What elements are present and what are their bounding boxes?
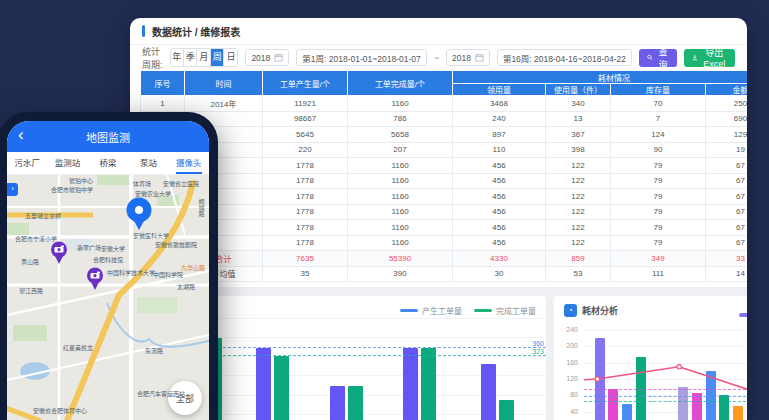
table-cell: 1160 (348, 204, 453, 220)
table-cell: 129 (706, 127, 748, 143)
table-cell: 53 (546, 266, 611, 282)
table-cell: 1778 (263, 220, 348, 236)
filter-bar: 统计周期: 年 季 月 周 日 2018 第1周: 2018-01-01~201… (130, 45, 747, 70)
legend-dash-generated (400, 309, 418, 313)
table-cell: 70 (611, 96, 706, 112)
map-label: 东流路 (145, 346, 163, 355)
table-cell: 122 (546, 204, 611, 220)
tab-bridge[interactable]: 桥梁 (88, 152, 128, 174)
map-label: 桐城路 (197, 199, 206, 217)
map-label: 五里墩立交桥 (25, 211, 61, 220)
tab-sewage-plant[interactable]: 污水厂 (7, 152, 47, 174)
reference-line-label: 360 (532, 340, 544, 347)
table-cell: 240 (453, 111, 546, 127)
period-option-year[interactable]: 年 (171, 49, 184, 66)
map-all-button[interactable]: 全部 (168, 381, 202, 415)
map-label: 翡翠广场 (77, 243, 101, 252)
period-segmented-control: 年 季 月 周 日 (170, 48, 239, 67)
camera-pin[interactable] (50, 241, 68, 269)
week-start-input[interactable]: 第1周: 2018-01-01~2018-01-07 (296, 49, 426, 66)
table-cell: 79 (611, 158, 706, 174)
table-cell: 1160 (348, 189, 453, 205)
back-arrow-icon[interactable]: ‹ (18, 125, 24, 145)
table-cell: 30 (453, 266, 546, 282)
period-option-month[interactable]: 月 (197, 49, 210, 66)
table-cell: 67 (706, 189, 748, 205)
year-end-select[interactable]: 2018 (446, 49, 490, 66)
bar-completed (499, 400, 514, 420)
week-end-input[interactable]: 第16周: 2018-04-16~2018-04-22 (497, 49, 632, 66)
year-start-select[interactable]: 2018 (245, 49, 289, 66)
tab-monitor-station[interactable]: 监测站 (47, 152, 87, 174)
map-label: 中国科学技术大学 (107, 268, 155, 277)
consumables-chart-head: ◔ 耗材分析 (564, 304, 618, 317)
bar-completed (274, 356, 289, 420)
table-cell: 14 (706, 266, 748, 282)
export-button-label: 导出Excel (702, 46, 727, 69)
range-separator: ~ (434, 53, 439, 63)
table-cell: 5658 (348, 127, 453, 143)
table-cell: 55390 (348, 251, 453, 267)
table-cell: 250 (706, 96, 748, 112)
map-label: 太湖路 (177, 282, 195, 291)
table-cell: 1160 (348, 220, 453, 236)
col-header-completed: 工单完成量/个 (348, 71, 453, 96)
map-label: 安徽省歌舞剧院 (155, 240, 197, 249)
table-cell: 367 (546, 127, 611, 143)
table-cell: 122 (546, 235, 611, 251)
phone-page-title: 地图监测 (86, 129, 130, 145)
table-cell: 897 (453, 127, 546, 143)
y-axis-tick: 240 (554, 326, 578, 333)
week-start-value: 第1周: 2018-01-01~2018-01-07 (302, 52, 420, 64)
query-button[interactable]: 查询 (639, 49, 677, 67)
table-row: 298667786240137690 (141, 111, 748, 127)
map-label: 安徽省合肥体育中心 (33, 406, 87, 415)
map-label: 红星美凯龙 (63, 343, 93, 352)
report-table: 序号 时间 工单产生量/个 工单完成量/个 耗材情况 领用量 使用量（件） 库存… (140, 70, 747, 282)
bar-generated (481, 364, 496, 420)
map-label: 望江西路 (19, 286, 43, 295)
table-row: 8177811604561227967 (141, 204, 748, 220)
map-label: 安徽省立医院 (163, 179, 199, 188)
table-cell: 122 (546, 158, 611, 174)
breadcrumb: 数据统计 / 维修报表 (130, 18, 747, 45)
camera-pin[interactable] (86, 267, 104, 295)
table-cell: 859 (546, 251, 611, 267)
bar-generated (403, 348, 418, 420)
legend-item-completed: 完成工单量 (474, 305, 536, 316)
selected-camera-pin[interactable] (125, 197, 153, 235)
y-axis-tick: 120 (554, 375, 578, 382)
year-start-value: 2018 (251, 53, 270, 63)
table-cell: 390 (348, 266, 453, 282)
phone-header: ‹ 地图监测 (7, 121, 209, 152)
table-cell: 1778 (263, 235, 348, 251)
period-option-day[interactable]: 日 (224, 49, 237, 66)
table-cell: 1778 (263, 189, 348, 205)
calendar-icon (274, 53, 283, 62)
export-excel-button[interactable]: 导出Excel (684, 49, 735, 67)
report-table-wrap: 序号 时间 工单产生量/个 工单完成量/个 耗材情况 领用量 使用量（件） 库存… (140, 70, 747, 282)
table-row: 6177811604561227967 (141, 173, 748, 189)
table-cell: 349 (611, 251, 706, 267)
period-option-week[interactable]: 周 (211, 49, 224, 66)
map-view[interactable]: › 全部 琥珀中心合肥市琥珀中学体育场安徽省立医院安徽农业大学桐城路五里墩立交桥… (7, 175, 209, 420)
table-cell: 13 (546, 111, 611, 127)
table-cell: 90 (611, 142, 706, 158)
consumables-legend-dash (739, 313, 747, 317)
bar-completed (421, 348, 436, 420)
map-label: 合肥科技馆 (93, 255, 123, 264)
col-header-seq: 序号 (141, 71, 185, 96)
map-expand-button[interactable]: › (7, 183, 18, 196)
period-option-quarter[interactable]: 季 (184, 49, 197, 66)
table-cell: 456 (453, 220, 546, 236)
table-cell: 1778 (263, 173, 348, 189)
year-end-value: 2018 (452, 53, 471, 63)
tab-pump-station[interactable]: 泵站 (128, 152, 168, 174)
consumables-chart-card: ◔ 耗材分析 2402001601208040 (554, 296, 747, 420)
table-cell: 220 (263, 142, 348, 158)
sub-header-3: 库存量 (611, 84, 706, 96)
charts-row: 产生工单量 完成工单量 360323 ◔ 耗材分析 24020016012080… (130, 287, 747, 420)
bar-generated (330, 386, 345, 420)
table-cell: 786 (348, 111, 453, 127)
chart-icon: ◔ (564, 304, 577, 317)
